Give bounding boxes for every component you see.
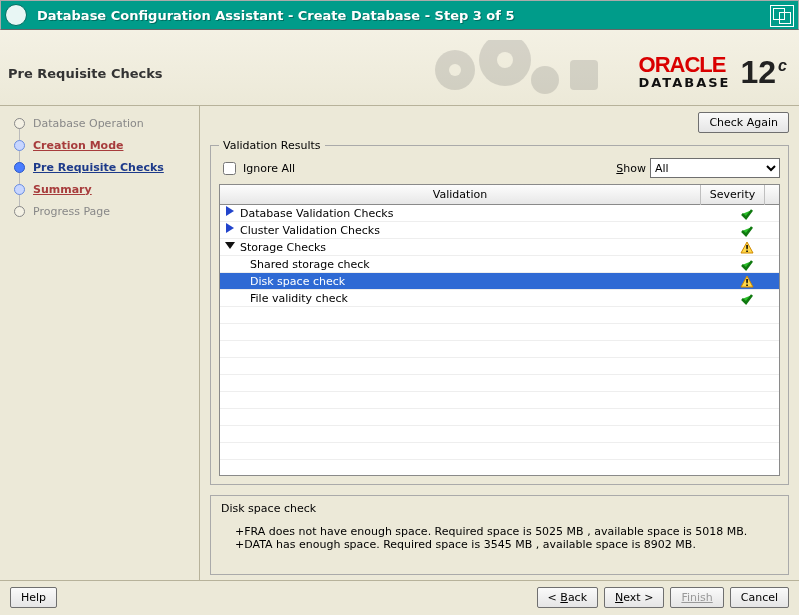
ignore-all-input[interactable] bbox=[223, 162, 236, 175]
col-severity[interactable]: Severity bbox=[701, 185, 765, 205]
validation-tree[interactable]: Database Validation Checks Cluster Valid… bbox=[220, 205, 779, 475]
app-icon bbox=[5, 4, 27, 26]
page-title: Pre Requisite Checks bbox=[8, 66, 163, 81]
expand-down-icon[interactable] bbox=[224, 239, 240, 256]
step-prereq-checks[interactable]: Pre Requisite Checks bbox=[0, 156, 199, 178]
tree-label: Disk space check bbox=[250, 273, 345, 290]
check-again-button[interactable]: Check Again bbox=[698, 112, 789, 133]
brand-version: 12c bbox=[741, 56, 788, 88]
header: Pre Requisite Checks ORACLE DATABASE 12c bbox=[0, 30, 799, 106]
wizard-steps: Database Operation Creation Mode Pre Req… bbox=[0, 106, 200, 580]
brand-sub: DATABASE bbox=[639, 76, 731, 89]
detail-title: Disk space check bbox=[221, 502, 778, 515]
tree-item-database-validation[interactable]: Database Validation Checks bbox=[220, 205, 779, 222]
finish-button: Finish bbox=[670, 587, 723, 608]
tree-item-shared-storage[interactable]: Shared storage check bbox=[220, 256, 779, 273]
help-button[interactable]: Help bbox=[10, 587, 57, 608]
gears-decoration bbox=[420, 40, 600, 100]
window-title: Database Configuration Assistant - Creat… bbox=[37, 8, 515, 23]
table-row bbox=[220, 392, 779, 409]
main: Database Operation Creation Mode Pre Req… bbox=[0, 106, 799, 580]
table-row bbox=[220, 307, 779, 324]
step-dot-icon bbox=[14, 206, 25, 217]
svg-point-1 bbox=[449, 64, 461, 76]
svg-text:!: ! bbox=[745, 278, 749, 288]
validation-toolbar: Ignore All Show All bbox=[219, 158, 780, 178]
back-button[interactable]: < Back bbox=[537, 587, 598, 608]
table-row bbox=[220, 443, 779, 460]
expand-right-icon[interactable] bbox=[224, 205, 240, 222]
tree-label: Cluster Validation Checks bbox=[240, 222, 380, 239]
severity-ok-icon bbox=[715, 205, 779, 222]
svg-rect-5 bbox=[570, 60, 598, 90]
tree-item-cluster-validation[interactable]: Cluster Validation Checks bbox=[220, 222, 779, 239]
restore-icon[interactable] bbox=[770, 5, 794, 27]
table-header: Validation Severity bbox=[220, 185, 779, 205]
severity-warn-icon: ! bbox=[715, 239, 779, 256]
tree-label: File validity check bbox=[250, 290, 348, 307]
severity-warn-icon: ! bbox=[715, 273, 779, 290]
severity-ok-icon bbox=[715, 256, 779, 273]
detail-line: +FRA does not have enough space. Require… bbox=[235, 525, 778, 538]
tree-item-disk-space[interactable]: Disk space check ! bbox=[220, 273, 779, 290]
table-row bbox=[220, 358, 779, 375]
show-label: Show bbox=[616, 162, 646, 175]
validation-table: Validation Severity Database Validation … bbox=[219, 184, 780, 476]
button-bar: Help < Back Next > Finish Cancel bbox=[0, 580, 799, 614]
show-filter-select[interactable]: All bbox=[650, 158, 780, 178]
svg-text:!: ! bbox=[745, 244, 749, 254]
step-label: Progress Page bbox=[33, 205, 110, 218]
step-label: Database Operation bbox=[33, 117, 144, 130]
expand-right-icon[interactable] bbox=[224, 222, 240, 239]
severity-ok-icon bbox=[715, 222, 779, 239]
tree-label: Shared storage check bbox=[250, 256, 370, 273]
step-label: Pre Requisite Checks bbox=[33, 161, 164, 174]
svg-point-3 bbox=[497, 52, 513, 68]
step-creation-mode[interactable]: Creation Mode bbox=[0, 134, 199, 156]
table-row bbox=[220, 324, 779, 341]
ignore-all-label: Ignore All bbox=[243, 162, 295, 175]
step-database-operation[interactable]: Database Operation bbox=[0, 112, 199, 134]
severity-ok-icon bbox=[715, 290, 779, 307]
titlebar: Database Configuration Assistant - Creat… bbox=[0, 0, 799, 30]
col-validation[interactable]: Validation bbox=[220, 185, 701, 205]
step-dot-icon bbox=[14, 140, 25, 151]
detail-line: +DATA has enough space. Required space i… bbox=[235, 538, 778, 551]
table-row bbox=[220, 426, 779, 443]
svg-point-4 bbox=[531, 66, 559, 94]
tree-item-storage-checks[interactable]: Storage Checks ! bbox=[220, 239, 779, 256]
step-label: Creation Mode bbox=[33, 139, 123, 152]
step-dot-icon bbox=[14, 118, 25, 129]
brand-name: ORACLE bbox=[639, 54, 731, 76]
table-row bbox=[220, 341, 779, 358]
oracle-brand: ORACLE DATABASE 12c bbox=[639, 54, 787, 89]
validation-legend: Validation Results bbox=[219, 139, 325, 152]
tree-label: Storage Checks bbox=[240, 239, 326, 256]
tree-item-file-validity[interactable]: File validity check bbox=[220, 290, 779, 307]
step-label: Summary bbox=[33, 183, 92, 196]
table-row bbox=[220, 409, 779, 426]
step-progress-page: Progress Page bbox=[0, 200, 199, 222]
cancel-button[interactable]: Cancel bbox=[730, 587, 789, 608]
detail-panel: Disk space check +FRA does not have enou… bbox=[210, 495, 789, 575]
step-dot-icon bbox=[14, 184, 25, 195]
validation-results-group: Validation Results Ignore All Show All V… bbox=[210, 139, 789, 485]
tree-label: Database Validation Checks bbox=[240, 205, 393, 222]
ignore-all-checkbox[interactable]: Ignore All bbox=[219, 159, 295, 178]
table-row bbox=[220, 375, 779, 392]
table-row bbox=[220, 460, 779, 475]
step-summary[interactable]: Summary bbox=[0, 178, 199, 200]
next-button[interactable]: Next > bbox=[604, 587, 664, 608]
step-dot-icon bbox=[14, 162, 25, 173]
content: Check Again Validation Results Ignore Al… bbox=[200, 106, 799, 580]
